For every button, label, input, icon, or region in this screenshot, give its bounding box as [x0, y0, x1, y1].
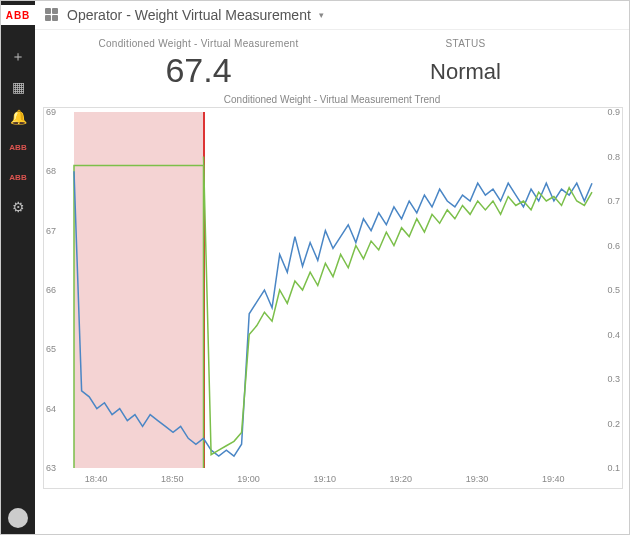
titlebar: Operator - Weight Virtual Measurement ▾ — [35, 1, 629, 30]
add-icon[interactable]: ＋ — [10, 49, 26, 65]
abb-icon-2[interactable]: ABB — [10, 169, 26, 185]
summary-row: Conditioned Weight - Virtual Measurement… — [35, 30, 629, 90]
series-blue — [74, 171, 592, 456]
bell-icon[interactable]: 🔔 — [10, 109, 26, 125]
metric-value: 67.4 — [65, 51, 332, 90]
grid-icon[interactable]: ▦ — [10, 79, 26, 95]
dropdown-caret-icon[interactable]: ▾ — [319, 10, 324, 20]
chart-title: Conditioned Weight - Virtual Measurement… — [43, 94, 621, 105]
status-label: STATUS — [332, 38, 599, 49]
metric-label: Conditioned Weight - Virtual Measurement — [65, 38, 332, 49]
gear-icon[interactable]: ⚙ — [10, 199, 26, 215]
main-panel: Operator - Weight Virtual Measurement ▾ … — [35, 1, 629, 534]
brand-logo: ABB — [1, 5, 35, 25]
layout-grid-icon[interactable] — [45, 8, 59, 22]
status-value: Normal — [332, 59, 599, 85]
sidebar: ABB ＋▦🔔ABBABB⚙ — [1, 1, 35, 534]
trend-chart[interactable]: 636465666768690.10.20.30.40.50.60.70.80.… — [43, 107, 623, 489]
abb-icon-1[interactable]: ABB — [10, 139, 26, 155]
page-title: Operator - Weight Virtual Measurement — [67, 7, 311, 23]
chart-area: Conditioned Weight - Virtual Measurement… — [35, 90, 629, 534]
chart-svg — [44, 108, 622, 488]
user-avatar[interactable] — [8, 508, 28, 528]
series-green — [204, 157, 593, 455]
